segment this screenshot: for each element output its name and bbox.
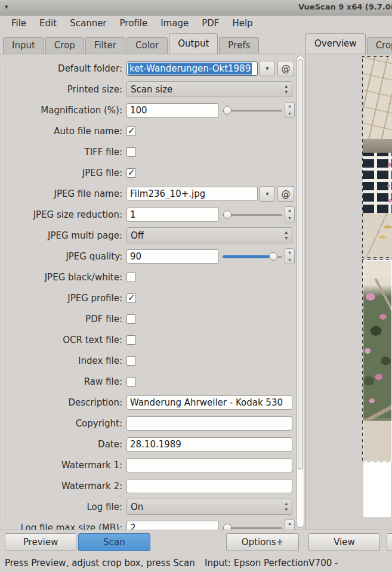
- field-control-date: [126, 437, 292, 452]
- window-menu-icon[interactable]: ▾: [5, 3, 8, 11]
- tab-output[interactable]: Output: [169, 33, 218, 54]
- date-input[interactable]: [126, 437, 292, 452]
- printed-size-spinbox[interactable]: Scan size▴▾: [126, 81, 292, 97]
- clipped-button[interactable]: [387, 533, 392, 551]
- jpeg-file-checkbox[interactable]: ✓: [126, 168, 136, 178]
- menu-profile[interactable]: Profile: [113, 17, 155, 30]
- default-folder-substitution-button[interactable]: @: [277, 61, 294, 76]
- printed-size-spin-arrows[interactable]: ▴▾: [285, 83, 288, 95]
- form-scrollbar-thumb[interactable]: [298, 59, 303, 469]
- jpeg-quality-input[interactable]: [126, 249, 219, 264]
- spin-down-icon: ▾: [285, 110, 294, 118]
- form-row-raw-file: Raw file:: [0, 371, 296, 392]
- field-label-jpeg-file-name: JPEG file name:: [0, 188, 122, 199]
- field-label-ocr-text-file: OCR text file:: [0, 335, 122, 345]
- jpeg-file-name-substitution-button[interactable]: @: [277, 186, 294, 202]
- field-control-magnification: ▴▾: [126, 102, 295, 118]
- jpeg-file-name-dropdown-button[interactable]: ▾: [260, 186, 275, 202]
- menu-scanner[interactable]: Scanner: [63, 17, 113, 30]
- index-file-checkbox[interactable]: [126, 356, 136, 366]
- menu-edit[interactable]: Edit: [33, 17, 63, 30]
- spin-up-icon: ▴: [285, 249, 294, 256]
- log-file-spinbox[interactable]: On▴▾: [126, 499, 292, 515]
- log-file-max-size-mb-slider-thumb[interactable]: [223, 524, 232, 530]
- form-scrollbar[interactable]: [297, 55, 304, 528]
- tab-input[interactable]: Input: [3, 37, 44, 54]
- tab-crop[interactable]: Crop: [45, 37, 84, 54]
- form-row-watermark-2: Watermark 2:: [0, 475, 296, 496]
- view-button[interactable]: View: [308, 533, 380, 551]
- tab-overview[interactable]: Overview: [305, 33, 366, 54]
- status-hint: Press Preview, adjust crop box, press Sc…: [5, 558, 195, 568]
- spin-up-icon: ▴: [285, 500, 288, 506]
- default-folder-dropdown-button[interactable]: ▾: [260, 61, 275, 76]
- form-row-jpeg-multi-page: JPEG multi page:Off▴▾: [0, 225, 296, 246]
- tab-prefs[interactable]: Prefs: [219, 37, 259, 54]
- raw-file-checkbox[interactable]: [126, 377, 136, 387]
- menu-image[interactable]: Image: [154, 17, 195, 30]
- copyright-input[interactable]: [126, 416, 292, 431]
- form-row-jpeg-quality: JPEG quality:▴▾: [0, 246, 296, 267]
- log-file-max-size-mb-input[interactable]: [126, 521, 219, 530]
- jpeg-black-white-checkbox[interactable]: [126, 273, 136, 282]
- tiff-file-checkbox[interactable]: [126, 147, 136, 157]
- jpeg-size-reduction-slider-groove: [223, 214, 282, 216]
- jpeg-profile-checkbox[interactable]: ✓: [126, 293, 136, 303]
- jpeg-multi-page-spinbox[interactable]: Off▴▾: [126, 227, 292, 243]
- jpeg-size-reduction-stepper[interactable]: ▴▾: [285, 206, 295, 222]
- form-row-index-file: Index file:: [0, 350, 296, 371]
- scan-frame-2[interactable]: [362, 259, 392, 462]
- field-label-jpeg-multi-page: JPEG multi page:: [0, 230, 122, 241]
- field-control-jpeg-file: ✓: [126, 168, 136, 178]
- jpeg-multi-page-spin-arrows[interactable]: ▴▾: [285, 229, 288, 241]
- form-row-printed-size: Printed size:Scan size▴▾: [0, 79, 296, 100]
- form-row-jpeg-profile: JPEG profile:✓: [0, 287, 296, 308]
- jpeg-file-name-input[interactable]: [126, 187, 258, 201]
- jpeg-size-reduction-input[interactable]: [126, 208, 219, 222]
- preview-button[interactable]: Preview: [5, 533, 76, 551]
- watermark-1-input[interactable]: [126, 458, 292, 472]
- log-file-max-size-mb-slider[interactable]: [223, 522, 282, 530]
- field-control-ocr-text-file: [126, 335, 136, 345]
- auto-file-name-checkbox[interactable]: ✓: [126, 126, 136, 136]
- tab-filter[interactable]: Filter: [85, 37, 125, 54]
- checkmark-icon: ✓: [128, 167, 135, 178]
- jpeg-quality-stepper[interactable]: ▴▾: [285, 248, 295, 264]
- photo-paving-bottom: [363, 213, 392, 257]
- jpeg-quality-slider-thumb[interactable]: [269, 252, 277, 261]
- scan-frame-1[interactable]: [362, 56, 392, 258]
- field-label-copyright: Copyright:: [0, 418, 122, 429]
- menu-file[interactable]: File: [5, 17, 33, 30]
- log-file-max-size-mb-stepper[interactable]: ▴▾: [285, 520, 295, 530]
- photo-paving-top: [363, 57, 392, 139]
- default-folder-input[interactable]: ket-Wanderungen-Okt1989: [126, 61, 258, 76]
- magnification-input[interactable]: [126, 103, 219, 118]
- tab-crop-preview[interactable]: Crop: [367, 37, 392, 54]
- magnification-slider-thumb[interactable]: [223, 106, 232, 115]
- log-file-spin-arrows[interactable]: ▴▾: [285, 500, 288, 512]
- at-icon: @: [282, 188, 291, 199]
- spin-down-icon: ▾: [285, 215, 294, 222]
- scan-button[interactable]: Scan: [78, 533, 150, 551]
- jpeg-quality-slider[interactable]: [223, 251, 282, 262]
- form-row-date: Date:: [0, 434, 296, 454]
- preview-strip: [362, 56, 392, 517]
- menu-help[interactable]: Help: [226, 17, 259, 30]
- options-button[interactable]: Options+: [226, 533, 299, 551]
- watermark-2-input[interactable]: [126, 479, 292, 493]
- status-bar: Press Preview, adjust crop box, press Sc…: [0, 554, 392, 572]
- magnification-slider[interactable]: [223, 104, 282, 116]
- magnification-stepper[interactable]: ▴▾: [285, 102, 295, 118]
- jpeg-size-reduction-slider-thumb[interactable]: [223, 211, 232, 219]
- ocr-text-file-checkbox[interactable]: [126, 335, 136, 345]
- tab-color[interactable]: Color: [126, 37, 168, 54]
- field-label-jpeg-black-white: JPEG black/white:: [0, 272, 122, 283]
- form-row-pdf-file: PDF file:: [0, 308, 296, 329]
- content-area: Default folder:ket-Wanderungen-Okt1989▾@…: [0, 54, 392, 530]
- field-control-jpeg-multi-page: Off▴▾: [126, 227, 292, 243]
- menu-pdf[interactable]: PDF: [195, 17, 226, 30]
- jpeg-size-reduction-slider[interactable]: [223, 209, 282, 221]
- pdf-file-checkbox[interactable]: [126, 314, 136, 324]
- log-file-value: On: [131, 502, 143, 512]
- description-input[interactable]: [126, 395, 292, 410]
